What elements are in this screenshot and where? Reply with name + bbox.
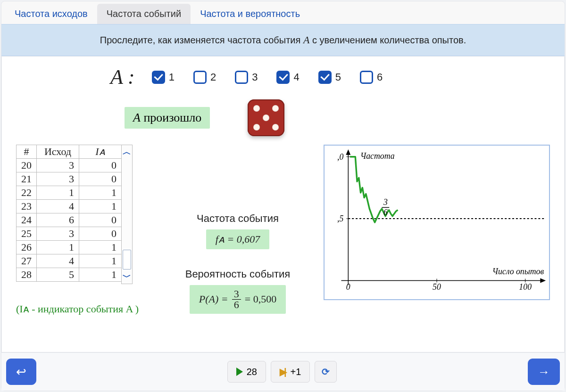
- outcome-checkbox-4[interactable]: 4: [276, 71, 299, 84]
- scroll-up-icon[interactable]: ︿: [122, 145, 132, 158]
- svg-marker-3: [540, 278, 546, 283]
- table-row: 2851: [17, 268, 122, 282]
- checkbox-icon: [235, 71, 248, 84]
- checkbox-icon: [152, 71, 165, 84]
- arrow-right-icon: →: [538, 366, 550, 378]
- probability-value: P(A) = 36 = 0,500: [190, 285, 286, 314]
- indicator-legend: (Iᴀ - индикатор события A ): [16, 303, 158, 315]
- table-row: 2341: [17, 200, 122, 213]
- probability-label: Вероятность события: [185, 268, 291, 280]
- bottom-bar: ↩ 28 ▶| +1 ⟳ →: [1, 352, 565, 391]
- frequency-chart: 0 50 100 ,0 ,5 Частота Число опытов: [324, 145, 550, 300]
- table-row: 2130: [17, 172, 122, 186]
- frequency-value: fᴀ = 0,607: [206, 229, 269, 249]
- step-button[interactable]: ▶| +1: [271, 361, 310, 383]
- svg-text:6: 6: [383, 208, 388, 217]
- svg-text:0: 0: [346, 282, 350, 292]
- table-row: 2611: [17, 241, 122, 254]
- checkbox-icon: [276, 71, 290, 84]
- tabs: Частота исходов Частота событий Частота …: [1, 1, 565, 24]
- outcome-checkbox-1[interactable]: 1: [152, 71, 175, 84]
- banner-pre: Проследите, как изменяется частота событ…: [100, 35, 303, 45]
- frequency-label: Частота события: [197, 212, 279, 225]
- svg-text:Число опытов: Число опытов: [492, 267, 544, 276]
- svg-marker-1: [346, 149, 350, 155]
- outcome-checkbox-5[interactable]: 5: [318, 71, 341, 84]
- checkbox-icon: [318, 71, 332, 84]
- svg-text:3: 3: [383, 197, 388, 207]
- reset-button[interactable]: ⟳: [315, 361, 337, 383]
- scroll-down-icon[interactable]: ﹀: [122, 270, 132, 284]
- table-scrollbar[interactable]: ︿ ﹀: [121, 145, 133, 284]
- event-A-label: A :: [110, 65, 135, 89]
- table-row: 2460: [17, 213, 122, 227]
- banner-A: A: [303, 34, 309, 46]
- play-button[interactable]: 28: [227, 361, 266, 383]
- step-forward-icon: ▶|: [280, 366, 284, 377]
- tab-frequency-probability[interactable]: Частота и вероятность: [191, 4, 309, 24]
- task-banner: Проследите, как изменяется частота событ…: [1, 24, 565, 56]
- svg-text:,0: ,0: [337, 152, 343, 162]
- play-icon: [236, 368, 243, 376]
- event-definition: A : 123456: [110, 65, 550, 89]
- checkbox-icon: [193, 71, 207, 84]
- table-row: 2211: [17, 186, 122, 200]
- banner-post: с увеличением количества опытов.: [312, 35, 466, 45]
- back-button[interactable]: ↩: [6, 359, 36, 385]
- scroll-thumb[interactable]: [123, 250, 131, 270]
- outcomes-table: # Исход Iᴀ 20302130221123412460253026112…: [16, 145, 158, 284]
- tab-outcomes-frequency[interactable]: Частота исходов: [5, 4, 97, 24]
- table-row: 2741: [17, 254, 122, 268]
- refresh-icon: ⟳: [322, 366, 330, 377]
- table-row: 2530: [17, 227, 122, 241]
- checkbox-icon: [360, 71, 373, 84]
- svg-text:Частота: Частота: [360, 151, 395, 161]
- main-panel: A : 123456 A произошло # Исход Iᴀ: [1, 56, 565, 352]
- table-row: 2030: [17, 159, 122, 172]
- outcome-checkbox-2[interactable]: 2: [193, 71, 216, 84]
- dice-face: [248, 99, 284, 136]
- outcome-checkbox-3[interactable]: 3: [235, 71, 258, 84]
- event-outcome-badge: A произошло: [125, 107, 210, 129]
- svg-text:50: 50: [433, 282, 441, 292]
- undo-icon: ↩: [16, 366, 26, 378]
- tab-events-frequency[interactable]: Частота событий: [97, 4, 191, 24]
- outcome-checkbox-6[interactable]: 6: [360, 71, 383, 84]
- svg-text:100: 100: [519, 282, 532, 292]
- forward-button[interactable]: →: [528, 359, 560, 385]
- svg-text:,5: ,5: [337, 214, 343, 223]
